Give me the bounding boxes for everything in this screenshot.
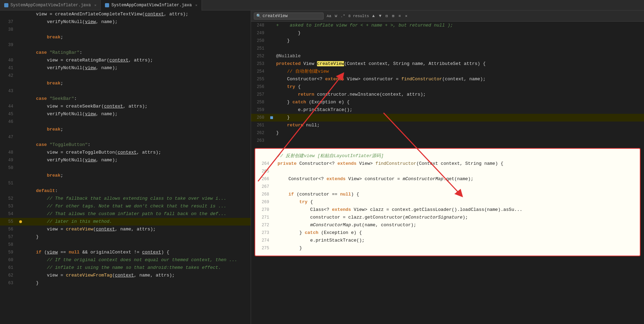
code-line: case "ToggleButton":	[0, 141, 251, 149]
annotation-line-267: 267	[260, 183, 635, 191]
code-line-254: 254 // 自动射创建view	[251, 68, 644, 75]
code-line: 60 // If the original context does not e…	[0, 256, 251, 264]
annotation-line-266: 266 Constructor<? extends View> construc…	[260, 175, 635, 183]
code-line: 43	[0, 87, 251, 95]
annotation-block: // 反射创建view [粘贴自LayoutInflater源码] 264 pr…	[255, 148, 641, 256]
code-line: 61 // inflate it using the name so that …	[0, 264, 251, 272]
prev-result-btn[interactable]: ▲	[371, 13, 376, 19]
code-line-257: 257 return constructor.newInstance(conte…	[251, 91, 644, 98]
regex-btn[interactable]: .*	[340, 14, 346, 19]
annotation-comment: // 反射创建view [粘贴自LayoutInflater源码]	[278, 152, 384, 160]
java-file-icon-right	[105, 3, 109, 7]
code-line-highlighted: 55 // later in this method.	[0, 218, 251, 226]
code-line: 52 // The fallback that allows extending…	[0, 195, 251, 202]
code-line: view = createAndInflateCompleteTextView(…	[0, 10, 251, 18]
find-in-files-btn[interactable]: ⊟	[385, 13, 389, 19]
code-line-259: 259 e.printStackTrace();	[251, 106, 644, 114]
code-line-258: 258 } catch (Exception e) {	[251, 98, 644, 106]
whole-word-btn[interactable]: W	[334, 14, 338, 19]
code-line-256: 256 try {	[251, 83, 644, 91]
code-line: 49 verifyNotNull(view, name);	[0, 156, 251, 164]
code-line: 48 view = createToggleButton(context, at…	[0, 149, 251, 156]
annotation-line-269: 269 try {	[260, 198, 635, 206]
annotation-line-275: 275 }	[260, 244, 635, 252]
left-tab-close[interactable]: ✕	[94, 3, 96, 7]
code-line: 54 // That allows the custom inflater pa…	[0, 210, 251, 218]
code-line: default:	[0, 187, 251, 195]
annotation-line-264: 264 private Constructor<? extends View> …	[260, 160, 635, 168]
code-line: 62 view = createViewFromTag(context, nam…	[0, 272, 251, 279]
code-line: 56 view = createView(context, name, attr…	[0, 226, 251, 233]
code-line: 58	[0, 241, 251, 249]
annotation-line-272: 272 mConstructorMap.put(name, constructo…	[260, 221, 635, 229]
code-line: 39	[0, 41, 251, 49]
annotation-line-265: 265	[260, 168, 635, 175]
search-bar: 🔍 Aa W .* 8 results ▲ ▼ ⊟ ⊞ ≡ ✕	[251, 10, 644, 22]
code-line-263: 263	[251, 137, 644, 145]
code-line: case "SeekBar":	[0, 95, 251, 103]
filter-btn[interactable]: ⊞	[391, 13, 395, 19]
left-code-panel: view = createAndInflateCompleteTextView(…	[0, 10, 251, 324]
code-line: 46	[0, 118, 251, 126]
annotation-line-271: 271 constructor = clazz.getConstructor(m…	[260, 214, 635, 221]
code-line: 41 verifyNotNull(view, name);	[0, 64, 251, 72]
code-line-253: 253 protected View createView(Context co…	[251, 60, 644, 68]
annotation-line-270: 270 Class<? extends View> clazz = contex…	[260, 206, 635, 214]
code-line-262: 262 }	[251, 129, 644, 137]
code-line: 57 }	[0, 233, 251, 241]
right-tab-close[interactable]: ✕	[195, 3, 197, 7]
code-line: break;	[0, 126, 251, 133]
code-line: case "RatingBar":	[0, 49, 251, 57]
code-line: 51	[0, 179, 251, 187]
annotation-line-268: 268 if (constructor == null) {	[260, 191, 635, 198]
code-line-249: 249 }	[251, 29, 644, 37]
settings-btn[interactable]: ≡	[397, 14, 402, 19]
code-line-252: 252 @Nullable	[251, 52, 644, 60]
right-tab[interactable]: SystemAppCompatViewInflater.java ✕	[101, 0, 202, 10]
left-tab[interactable]: SystemAppCompatViewInflater.java ✕	[0, 0, 101, 10]
code-line: 53 // for other tags. Note that we don't…	[0, 202, 251, 210]
code-line: 47	[0, 133, 251, 141]
right-panel: 🔍 Aa W .* 8 results ▲ ▼ ⊟ ⊞ ≡ ✕	[251, 10, 644, 324]
code-line: 44 view = createSeekBar(context, attrs);	[0, 103, 251, 110]
left-tab-label: SystemAppCompatViewInflater.java	[10, 3, 91, 8]
next-result-btn[interactable]: ▼	[378, 13, 382, 19]
right-tab-label: SystemAppCompatViewInflater.java	[111, 3, 191, 8]
tabs-bar: SystemAppCompatViewInflater.java ✕ Syste…	[0, 0, 644, 10]
code-line-260: 260 }	[251, 114, 644, 122]
right-code-area: 248 + asked to inflate view for < + name…	[251, 22, 644, 324]
search-input[interactable]	[263, 14, 311, 19]
match-case-btn[interactable]: Aa	[326, 14, 332, 19]
code-line-255: 255 Constructor<? extends View> construc…	[251, 75, 644, 83]
search-icon: 🔍	[256, 14, 261, 18]
code-line: 63 }	[0, 279, 251, 287]
annotation-line-273: 273 } catch (Exception e) {	[260, 229, 635, 237]
java-file-icon	[4, 3, 8, 7]
code-line-248: 248 + asked to inflate view for < + name…	[251, 22, 644, 29]
annotation-line-274: 274 e.printStackTrace();	[260, 237, 635, 244]
code-line: 38	[0, 26, 251, 34]
code-line: 37 verifyNotNull(view, name);	[0, 18, 251, 26]
annotation-comment-line: // 反射创建view [粘贴自LayoutInflater源码]	[260, 152, 635, 160]
code-line: break;	[0, 34, 251, 41]
results-count: 8 results	[348, 14, 369, 18]
code-line: break;	[0, 80, 251, 87]
search-match-createview: createView	[317, 61, 344, 66]
close-search-btn[interactable]: ✕	[404, 13, 409, 19]
search-input-wrap[interactable]: 🔍	[254, 13, 324, 20]
code-line: 40 view = createRatingBar(context, attrs…	[0, 57, 251, 64]
code-line-251: 251	[251, 45, 644, 52]
code-line: 45 verifyNotNull(view, name);	[0, 110, 251, 118]
code-line-250: 250 }	[251, 37, 644, 45]
code-line: 42	[0, 72, 251, 80]
code-line: break;	[0, 172, 251, 179]
code-line: 59 if (view == null && originalContext !…	[0, 249, 251, 256]
main-content: view = createAndInflateCompleteTextView(…	[0, 10, 644, 324]
code-line-261: 261 return null;	[251, 122, 644, 129]
search-tools: Aa W .*	[326, 14, 346, 19]
code-line: 50	[0, 164, 251, 172]
